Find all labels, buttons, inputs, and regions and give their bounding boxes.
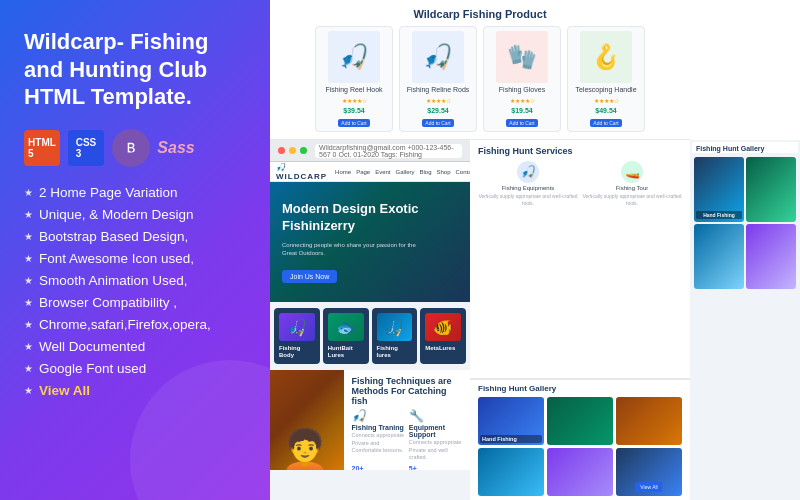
product-price: $49.54 [595, 107, 616, 114]
bottom-section: 🧑‍🦱 Fishing Techniques are Methods For C… [270, 370, 470, 470]
feature-card[interactable]: 🎣 Fishing Body [274, 308, 320, 364]
outer-gallery-label: Hand Fishing [696, 211, 742, 219]
technique-stat: 5+ Fishing Boat Rental [409, 465, 462, 471]
maximize-dot [300, 147, 307, 154]
feature-card[interactable]: 🐟 HuntBait Lures [323, 308, 369, 364]
close-dot [278, 147, 285, 154]
right-panel: Wildcarp Fishing Product 🎣 Fishing Reel … [270, 0, 800, 500]
view-all-btn[interactable]: View All [635, 482, 662, 492]
hunt-gallery-title: Fishing Hunt Gallery [478, 384, 682, 393]
hunt-service-item: 🎣 Fishing Equipments Vertically supply a… [478, 161, 578, 206]
nav-link-event[interactable]: Event [375, 169, 390, 175]
url-text: Wildcarpfishing@gmail.com +000-123-456-5… [319, 144, 458, 158]
outer-gallery-cell[interactable] [694, 224, 744, 289]
nav-link-home[interactable]: Home [335, 169, 351, 175]
tech-badges: HTML5 CSS3 Sass [24, 129, 246, 167]
gallery-cell[interactable] [547, 448, 613, 496]
product-image: 🧤 [496, 31, 548, 83]
product-buttons: Add to Cart [506, 119, 537, 127]
hunt-services-grid: 🎣 Fishing Equipments Vertically supply a… [478, 161, 682, 206]
hunt-gallery: Fishing Hunt Gallery Hand Fishing View A… [470, 379, 690, 500]
hunt-services: Fishing Hunt Services 🎣 Fishing Equipmen… [470, 140, 690, 379]
gallery-cell[interactable] [478, 448, 544, 496]
nav-link-gallery[interactable]: Gallery [395, 169, 414, 175]
feature-card-image: 🐠 [425, 313, 461, 341]
hunt-service-desc: Vertically supply appropriate and well-c… [582, 193, 682, 206]
nav-link-blog[interactable]: Blog [420, 169, 432, 175]
fishing-tour-icon: 🚤 [621, 161, 643, 183]
add-to-cart-btn[interactable]: Add to Cart [506, 119, 537, 127]
page-title: Wildcarp- Fishing and Hunting Club HTML … [24, 28, 246, 111]
nav-link-page[interactable]: Page [356, 169, 370, 175]
fishing-training-icon: 🎣 [352, 409, 405, 423]
outer-gallery-cell[interactable] [746, 224, 796, 289]
product-card[interactable]: 🎣 Fishing Reline Rods ★★★★☆ $29.54 Add t… [399, 26, 477, 132]
feature-item: Unique, & Modern Design [24, 207, 246, 222]
hunt-service-desc: Vertically supply appropriate and well-c… [478, 193, 578, 206]
gallery-label: Hand Fishing [480, 435, 542, 443]
hero-content: Modern Design Exotic Fishinizerry Connec… [282, 201, 432, 284]
hero-subtitle: Connecting people who share your passion… [282, 241, 422, 258]
bootstrap-badge [112, 129, 150, 167]
product-card[interactable]: 🎣 Fishing Reel Hook ★★★★☆ $39.54 Add to … [315, 26, 393, 132]
feature-card-title: Fishing lures [377, 345, 413, 359]
product-price: $39.54 [343, 107, 364, 114]
browser-url[interactable]: Wildcarpfishing@gmail.com +000-123-456-5… [315, 144, 462, 158]
hunt-service-name: Fishing Equipments [502, 185, 555, 191]
outer-gallery-cell[interactable]: Hand Fishing [694, 157, 744, 222]
product-cards: 🎣 Fishing Reel Hook ★★★★☆ $39.54 Add to … [280, 26, 680, 132]
add-to-cart-btn[interactable]: Add to Cart [338, 119, 369, 127]
nav-link-contact[interactable]: Contact [456, 169, 470, 175]
product-name: Fishing Gloves [499, 86, 545, 94]
nav-link-shop[interactable]: Shop [437, 169, 451, 175]
product-card[interactable]: 🪝 Telescoping Handle ★★★★☆ $49.54 Add to… [567, 26, 645, 132]
add-to-cart-btn[interactable]: Add to Cart [590, 119, 621, 127]
many-more-label: View All [39, 383, 90, 398]
site-logo: 🎣 WILDCARP [276, 163, 327, 181]
feature-item: Chrome,safari,Firefox,opera, [24, 317, 246, 332]
techniques-panel: Fishing Techniques are Methods For Catch… [344, 370, 470, 470]
product-section-title: Wildcarp Fishing Product [280, 8, 680, 20]
product-card[interactable]: 🧤 Fishing Gloves ★★★★☆ $19.54 Add to Car… [483, 26, 561, 132]
feature-card[interactable]: 🎣 Fishing lures [372, 308, 418, 364]
feature-cards-row: 🎣 Fishing Body 🐟 HuntBait Lures 🎣 Fishin… [270, 302, 470, 370]
product-image: 🪝 [580, 31, 632, 83]
html5-badge: HTML5 [24, 130, 60, 166]
feature-card-image: 🎣 [279, 313, 315, 341]
product-name: Telescoping Handle [575, 86, 636, 94]
gallery-cell[interactable]: View All [616, 448, 682, 496]
fishing-scene: 🧑‍🦱 [270, 370, 344, 470]
product-image: 🎣 [328, 31, 380, 83]
hunt-service-name: Fishing Tour [616, 185, 649, 191]
fishing-person-figure: 🧑‍🦱 [280, 430, 330, 470]
right-side-panels: Fishing Hunt Services 🎣 Fishing Equipmen… [470, 140, 690, 500]
outer-gallery-cell[interactable] [746, 157, 796, 222]
product-stars: ★★★★☆ [510, 97, 535, 104]
gallery-cell[interactable] [547, 397, 613, 445]
add-to-cart-btn[interactable]: Add to Cart [422, 119, 453, 127]
feature-card-image: 🎣 [377, 313, 413, 341]
gallery-cell[interactable] [616, 397, 682, 445]
gallery-cell[interactable]: Hand Fishing [478, 397, 544, 445]
product-price: $19.54 [511, 107, 532, 114]
feature-item: Font Awesome Icon used, [24, 251, 246, 266]
outer-right-top [690, 0, 800, 140]
feature-item: Smooth Animation Used, [24, 273, 246, 288]
product-stars: ★★★★☆ [426, 97, 451, 104]
technique-stat: 20+ 18+ Fishing Lake [352, 465, 405, 471]
hero-cta-button[interactable]: Join Us Now [282, 270, 337, 283]
feature-card-title: Fishing Body [279, 345, 315, 359]
feature-item: Well Documented [24, 339, 246, 354]
sass-badge: Sass [158, 130, 194, 166]
product-buttons: Add to Cart [338, 119, 369, 127]
feature-card[interactable]: 🐠 MetaLures [420, 308, 466, 364]
hunt-services-title: Fishing Hunt Services [478, 146, 682, 156]
feature-item: Google Font used [24, 361, 246, 376]
feature-card-title: MetaLures [425, 345, 461, 352]
feature-item: View All [24, 383, 246, 398]
feature-card-image: 🐟 [328, 313, 364, 341]
feature-item: Bootstrap Based Design, [24, 229, 246, 244]
lake-count: 20+ [352, 465, 405, 471]
technique-item: 🔧 Equipment Support Connects appropriate… [409, 409, 462, 460]
feature-card-title: HuntBait Lures [328, 345, 364, 359]
